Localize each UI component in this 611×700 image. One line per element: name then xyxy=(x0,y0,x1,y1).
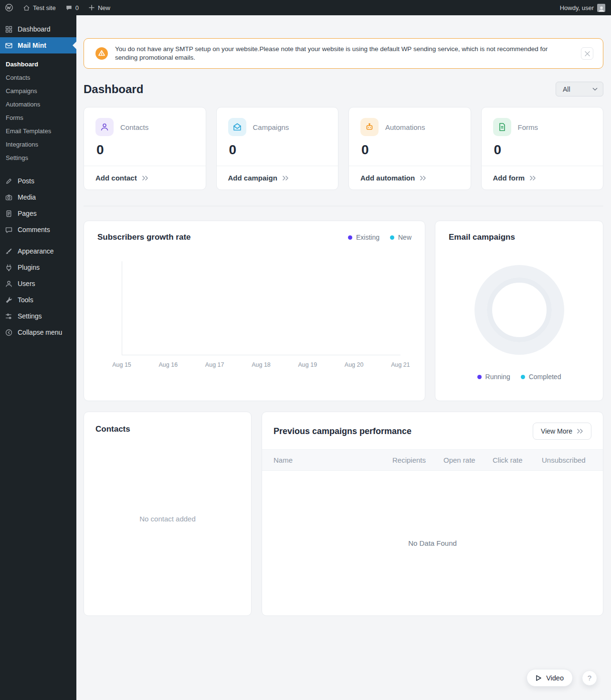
home-icon xyxy=(23,4,30,11)
submenu-item-email-templates[interactable]: Email Templates xyxy=(0,124,76,138)
sidebar-content-group: Posts Media Pages Comments xyxy=(0,173,76,238)
admin-bar-comments[interactable]: 0 xyxy=(61,0,84,15)
sidebar-item-users[interactable]: Users xyxy=(0,276,76,292)
donut-inner-ring xyxy=(487,277,552,342)
settings-icon xyxy=(5,312,13,320)
existing-dot xyxy=(348,235,352,240)
sidebar-item-tools[interactable]: Tools xyxy=(0,292,76,308)
contacts-icon xyxy=(95,118,114,136)
sidebar-item-plugins[interactable]: Plugins xyxy=(0,259,76,276)
plus-icon xyxy=(88,4,95,11)
legend-label: Existing xyxy=(356,233,379,241)
view-more-button[interactable]: View More xyxy=(533,423,591,440)
smtp-warning-banner: You do not have any SMTP setup on your w… xyxy=(84,38,603,69)
previous-campaigns-title: Previous campaigns performance xyxy=(274,426,411,436)
double-chevron-icon xyxy=(529,175,536,181)
sidebar-item-media[interactable]: Media xyxy=(0,189,76,205)
submenu-item-contacts[interactable]: Contacts xyxy=(0,71,76,84)
sidebar-item-label: Pages xyxy=(18,210,37,217)
submenu-item-dashboard[interactable]: Dashboard xyxy=(0,57,76,71)
dashboard-icon xyxy=(5,25,13,33)
add-campaign-button[interactable]: Add campaign xyxy=(217,166,338,190)
avatar xyxy=(597,4,605,12)
wordpress-logo-menu[interactable] xyxy=(0,0,18,15)
submenu-label: Email Templates xyxy=(6,127,51,135)
add-form-button[interactable]: Add form xyxy=(482,166,603,190)
sidebar-item-settings[interactable]: Settings xyxy=(0,308,76,324)
media-icon xyxy=(5,193,13,202)
posts-icon xyxy=(5,177,13,185)
submenu-item-forms[interactable]: Forms xyxy=(0,111,76,124)
column-header-recipients: Recipients xyxy=(392,456,443,464)
sidebar-item-label: Dashboard xyxy=(18,25,51,33)
stat-value: 0 xyxy=(229,142,327,158)
pages-icon xyxy=(5,210,13,218)
stat-card-forms: Forms 0 Add form xyxy=(481,107,604,190)
sidebar-item-mailmint[interactable]: Mail Mint xyxy=(0,37,76,53)
sidebar-item-dashboard[interactable]: Dashboard xyxy=(0,21,76,37)
legend-item-completed: Completed xyxy=(521,373,561,381)
filter-dropdown[interactable]: All xyxy=(556,82,603,96)
comments-bubble-icon xyxy=(65,4,73,11)
admin-bar-site-name[interactable]: Test site xyxy=(18,0,61,15)
x-tick-label: Aug 19 xyxy=(297,361,318,368)
view-more-label: View More xyxy=(541,427,572,435)
stat-card-contacts: Contacts 0 Add contact xyxy=(84,107,206,190)
stat-card-automations: Automations 0 Add automation xyxy=(348,107,471,190)
sidebar-item-pages[interactable]: Pages xyxy=(0,205,76,222)
stat-label: Forms xyxy=(518,123,538,131)
collapse-arrow-icon xyxy=(5,329,13,337)
sidebar-item-label: Settings xyxy=(18,312,42,320)
column-header-unsubscribed: Unsubscribed xyxy=(542,456,591,464)
double-chevron-icon xyxy=(420,175,426,181)
new-dot xyxy=(390,235,394,240)
x-tick-label: Aug 21 xyxy=(390,361,411,368)
sidebar-site-group: Appearance Plugins Users Tools Settings xyxy=(0,243,76,324)
stat-value: 0 xyxy=(361,142,459,158)
running-dot xyxy=(477,375,482,379)
add-contact-button[interactable]: Add contact xyxy=(84,166,206,190)
sidebar-item-label: Appearance xyxy=(18,247,54,255)
submenu-item-automations[interactable]: Automations xyxy=(0,97,76,111)
mail-icon xyxy=(5,42,13,50)
submenu-item-settings[interactable]: Settings xyxy=(0,151,76,164)
sidebar-item-label: Mail Mint xyxy=(18,42,46,49)
main-content: You do not have any SMTP setup on your w… xyxy=(76,15,611,700)
sidebar-item-comments[interactable]: Comments xyxy=(0,222,76,238)
stat-label: Automations xyxy=(385,123,425,131)
sidebar-item-posts[interactable]: Posts xyxy=(0,173,76,189)
column-header-name: Name xyxy=(274,456,392,464)
column-header-open-rate: Open rate xyxy=(443,456,493,464)
help-button[interactable]: ? xyxy=(582,670,597,686)
floating-footer: Video ? xyxy=(527,669,597,687)
submenu-item-campaigns[interactable]: Campaigns xyxy=(0,84,76,97)
sidebar-collapse-menu[interactable]: Collapse menu xyxy=(0,324,76,340)
submenu-item-integrations[interactable]: Integrations xyxy=(0,138,76,151)
sidebar-item-appearance[interactable]: Appearance xyxy=(0,243,76,259)
admin-bar-account[interactable]: Howdy, user xyxy=(554,0,611,15)
contacts-empty-message: No contact added xyxy=(95,434,240,603)
x-tick-label: Aug 20 xyxy=(344,361,365,368)
stat-label: Contacts xyxy=(120,123,148,131)
chevron-down-icon xyxy=(592,87,598,91)
subscribers-growth-card: Subscribers growth rate Existing New Aug… xyxy=(84,221,425,401)
submenu-label: Forms xyxy=(6,114,23,121)
double-chevron-icon xyxy=(282,175,289,181)
stat-label: Campaigns xyxy=(253,123,289,131)
banner-close-button[interactable] xyxy=(581,47,593,60)
forms-icon xyxy=(493,118,511,136)
stat-value: 0 xyxy=(494,142,592,158)
submenu-label: Dashboard xyxy=(6,61,38,68)
page-header: Dashboard All xyxy=(84,82,603,96)
column-header-click-rate: Click rate xyxy=(493,456,542,464)
sidebar-item-label: Media xyxy=(18,193,36,201)
automations-icon xyxy=(360,118,379,136)
submenu-label: Campaigns xyxy=(6,87,37,95)
warning-message: You do not have any SMTP setup on your w… xyxy=(115,45,559,62)
table-empty-message: No Data Found xyxy=(262,471,603,615)
admin-bar-new[interactable]: New xyxy=(84,0,115,15)
add-automation-button[interactable]: Add automation xyxy=(349,166,471,190)
double-chevron-icon xyxy=(142,175,148,181)
action-label: Add contact xyxy=(95,174,137,182)
video-button[interactable]: Video xyxy=(527,669,573,687)
